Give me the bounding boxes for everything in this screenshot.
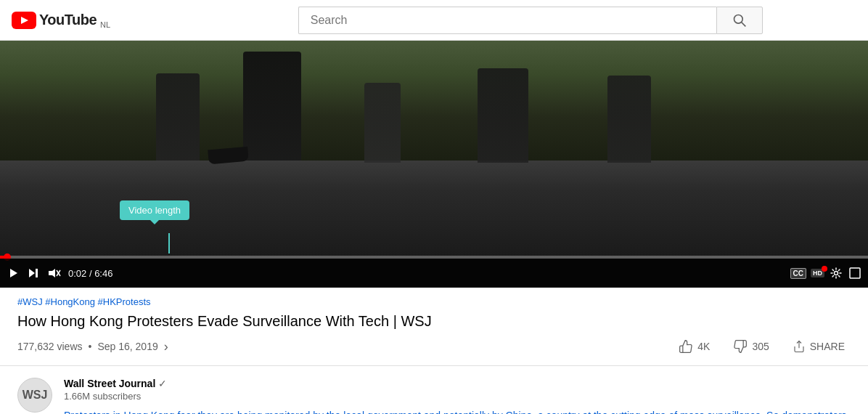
player-controls-right: CC HD [790,266,862,280]
svg-rect-11 [850,268,860,278]
publish-date: Sep 16, 2019 [97,341,157,352]
time-display: 0:02 / 6:46 [68,268,112,279]
share-label: SHARE [810,341,845,352]
youtube-icon [12,12,36,29]
video-ground [0,161,868,259]
channel-section: WSJ Wall Street Journal ✓ 1.66M subscrib… [0,366,868,414]
thumbs-down-icon [733,339,748,354]
video-content [0,41,868,259]
volume-icon [48,267,61,279]
channel-avatar[interactable]: WSJ [17,378,52,413]
video-hashtags[interactable]: #WSJ #HongKong #HKProtests [17,296,851,307]
youtube-logo[interactable]: YouTubeNL [12,12,110,29]
channel-info: Wall Street Journal ✓ 1.66M subscribers … [64,378,851,414]
meta-separator: • [89,341,92,352]
video-meta-row: 177,632 views • Sep 16, 2019 › 4K [17,336,851,357]
channel-name-row: Wall Street Journal ✓ [64,378,851,389]
svg-marker-5 [29,269,35,277]
next-button[interactable] [26,266,41,280]
dislike-count: 305 [752,341,769,352]
thumbs-up-icon [679,339,693,354]
settings-button[interactable] [829,266,843,280]
share-button[interactable]: SHARE [787,337,851,356]
dislike-button[interactable]: 305 [727,336,774,357]
site-header: YouTubeNL [0,0,868,41]
svg-marker-4 [10,269,17,277]
play-icon [7,267,19,279]
annotation-line-1 [168,233,170,253]
search-button[interactable] [716,7,763,34]
channel-name[interactable]: Wall Street Journal [64,378,155,389]
fullscreen-button[interactable] [848,266,862,280]
video-description: Protesters in Hong Kong fear they are be… [64,407,851,414]
share-icon [793,340,806,353]
video-title-heading: How Hong Kong Protesters Evade Surveilla… [17,312,851,330]
volume-button[interactable] [46,266,62,280]
subscriber-count: 1.66M subscribers [64,391,851,402]
video-info: #WSJ #HongKong #HKProtests How Hong Kong… [0,288,868,366]
next-icon [28,267,39,279]
like-count: 4K [697,341,710,352]
search-icon [732,13,747,28]
view-count: 177,632 views [17,341,83,352]
hd-notification-dot [822,266,827,272]
youtube-country: NL [100,20,110,29]
video-meta-left: 177,632 views • Sep 16, 2019 › [17,339,168,354]
svg-marker-7 [49,269,55,277]
youtube-wordmark: YouTube [39,12,97,28]
svg-point-10 [835,272,838,275]
cc-badge[interactable]: CC [790,268,806,279]
video-player[interactable]: 0:02 / 6:46 CC HD [0,41,868,288]
play-button[interactable] [6,266,20,280]
settings-icon [830,267,842,279]
verified-icon: ✓ [158,378,167,389]
svg-point-2 [734,15,742,23]
like-button[interactable]: 4K [673,336,716,357]
svg-rect-6 [36,269,38,277]
expand-arrow[interactable]: › [164,339,168,354]
logo-container[interactable]: YouTubeNL [12,12,110,29]
player-controls: 0:02 / 6:46 CC HD [0,259,868,288]
search-container [298,7,763,34]
video-actions: 4K 305 SHARE [673,336,851,357]
hd-badge[interactable]: HD [811,269,824,277]
fullscreen-icon [849,267,861,279]
svg-line-3 [741,22,745,26]
search-input[interactable] [298,7,716,34]
